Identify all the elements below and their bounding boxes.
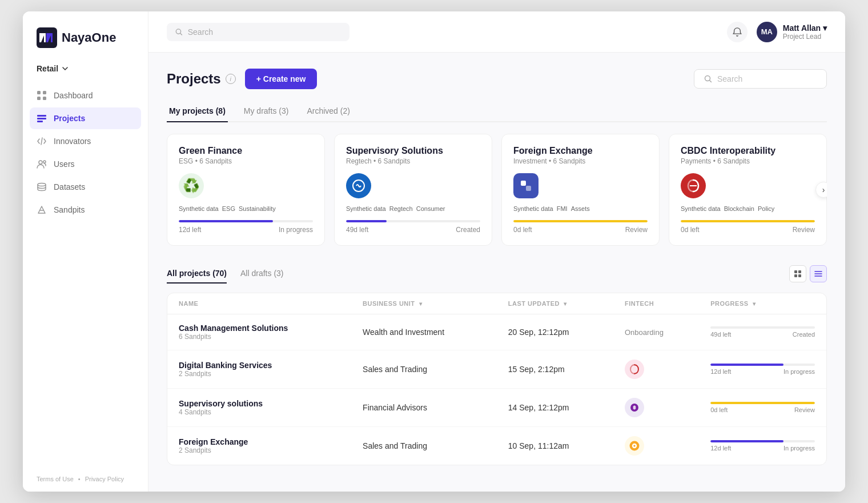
sidebar-item-label: Dashboard xyxy=(54,91,93,100)
sidebar-item-label: Projects xyxy=(54,114,85,123)
sandpits-icon xyxy=(37,205,47,215)
topbar: MA Matt Allan ▾ Project Lead xyxy=(148,11,845,53)
tab-my-drafts[interactable]: My drafts (3) xyxy=(242,101,291,122)
user-menu[interactable]: MA Matt Allan ▾ Project Lead xyxy=(757,22,827,42)
svg-rect-19 xyxy=(798,274,801,277)
table-row[interactable]: Digital Banking Services 2 Sandpits Sale… xyxy=(167,350,826,389)
avatar: MA xyxy=(757,22,777,42)
footer-separator: • xyxy=(78,476,81,482)
svg-rect-14 xyxy=(521,181,526,186)
topbar-search-wrap xyxy=(167,23,349,41)
topbar-search-input[interactable] xyxy=(188,27,341,37)
card-status: Created xyxy=(456,226,480,234)
cbdc-row-icon xyxy=(629,364,640,375)
card-status: Review xyxy=(793,226,815,234)
card-meta: Investment • 6 Sandpits xyxy=(513,157,648,165)
card-title: CBDC Interoperability xyxy=(681,146,815,156)
card-meta: Regtech • 6 Sandpits xyxy=(346,157,480,165)
sidebar-item-innovators[interactable]: Innovators xyxy=(30,130,141,152)
sidebar-item-dashboard[interactable]: Dashboard xyxy=(30,85,141,106)
cbdc-icon xyxy=(686,178,701,193)
list-view-button[interactable] xyxy=(810,265,827,282)
svg-rect-7 xyxy=(37,121,43,122)
grid-view-icon xyxy=(794,270,802,278)
users-icon xyxy=(37,159,47,169)
table-row[interactable]: Supervisory solutions 4 Sandpits Financi… xyxy=(167,389,826,427)
projects-table: NAME BUSINESS UNIT ▾ LAST UPDATED ▾ xyxy=(167,293,827,465)
sort-icon: ▾ xyxy=(753,301,756,307)
sidebar-item-projects[interactable]: Projects xyxy=(30,107,141,129)
svg-rect-16 xyxy=(794,270,797,273)
tab-all-drafts[interactable]: All drafts (3) xyxy=(240,264,283,284)
svg-point-23 xyxy=(633,445,635,446)
svg-point-10 xyxy=(38,183,46,186)
all-projects-header: All projects (70) All drafts (3) xyxy=(167,264,827,284)
project-card-forex[interactable]: Foreign Exchange Investment • 6 Sandpits xyxy=(501,134,660,246)
nav: Dashboard Projects Innovators xyxy=(23,85,148,466)
projects-search-input[interactable] xyxy=(717,74,817,83)
info-icon[interactable]: i xyxy=(226,74,236,84)
fx-icon xyxy=(520,179,532,192)
bell-icon xyxy=(732,27,742,37)
col-last-updated[interactable]: LAST UPDATED ▾ xyxy=(497,293,613,314)
cards-next-button[interactable]: › xyxy=(815,182,827,198)
tab-archived[interactable]: Archived (2) xyxy=(304,101,352,122)
card-status: In progress xyxy=(279,226,313,234)
table-row[interactable]: Cash Management Solutions 6 Sandpits Wea… xyxy=(167,314,826,350)
card-tags: Synthetic data Blockchain Policy xyxy=(681,205,815,212)
sidebar-item-label: Users xyxy=(54,159,75,169)
card-tags: Synthetic data Regtech Consumer xyxy=(346,205,480,212)
svg-rect-1 xyxy=(37,91,41,94)
sidebar-item-users[interactable]: Users xyxy=(30,153,141,175)
privacy-link[interactable]: Privacy Policy xyxy=(85,476,124,482)
sidebar-item-datasets[interactable]: Datasets xyxy=(30,176,141,198)
project-card-green-finance[interactable]: Green Finance ESG • 6 Sandpits ♻️ Synthe… xyxy=(167,134,325,246)
topbar-actions: MA Matt Allan ▾ Project Lead xyxy=(727,22,827,42)
card-title: Foreign Exchange xyxy=(513,146,648,156)
grid-view-button[interactable] xyxy=(789,265,806,282)
col-progress[interactable]: PROGRESS ▾ xyxy=(699,293,826,314)
card-tags: Synthetic data ESG Sustainability xyxy=(179,205,313,212)
page-header: Projects i + Create new xyxy=(167,69,827,89)
card-title: Supervisory Solutions xyxy=(346,146,480,156)
projects-icon xyxy=(37,113,47,123)
table: NAME BUSINESS UNIT ▾ LAST UPDATED ▾ xyxy=(167,293,826,465)
tab-all-projects[interactable]: All projects (70) xyxy=(167,264,227,284)
card-icon xyxy=(513,173,648,198)
card-title: Green Finance xyxy=(179,146,313,156)
list-view-icon xyxy=(814,270,822,278)
supervisory-icon xyxy=(352,179,365,193)
yellow-fintech-icon xyxy=(628,440,641,452)
svg-rect-17 xyxy=(798,270,801,273)
col-name: NAME xyxy=(167,293,351,314)
page-title: Projects xyxy=(167,71,221,87)
project-card-supervisory[interactable]: Supervisory Solutions Regtech • 6 Sandpi… xyxy=(334,134,492,246)
notification-button[interactable] xyxy=(727,22,748,42)
sidebar-item-label: Innovators xyxy=(54,137,91,146)
svg-rect-3 xyxy=(37,97,41,100)
sort-icon: ▾ xyxy=(564,301,567,307)
tab-my-projects[interactable]: My projects (8) xyxy=(167,101,228,122)
sidebar-item-sandpits[interactable]: Sandpits xyxy=(30,199,141,221)
user-name: Matt Allan ▾ xyxy=(783,23,827,33)
sidebar: NayaOne Retail Dashboard xyxy=(23,11,148,492)
table-row[interactable]: Foreign Exchange 2 Sandpits Sales and Tr… xyxy=(167,427,826,465)
app-window: NayaOne Retail Dashboard xyxy=(23,11,845,492)
grid-icon xyxy=(37,90,47,101)
svg-point-8 xyxy=(39,161,42,164)
sidebar-footer: Terms of Use • Privacy Policy xyxy=(23,466,148,492)
svg-point-9 xyxy=(43,161,46,163)
sort-icon: ▾ xyxy=(419,301,423,307)
tenant-label: Retail xyxy=(37,64,58,73)
col-business-unit[interactable]: BUSINESS UNIT ▾ xyxy=(351,293,497,314)
all-projects-tabs: All projects (70) All drafts (3) xyxy=(167,264,789,284)
card-icon xyxy=(346,173,480,198)
card-icon xyxy=(681,173,815,198)
project-card-cbdc[interactable]: CBDC Interoperability Payments • 6 Sandp… xyxy=(669,134,827,246)
days-left: 0d left xyxy=(513,226,532,234)
terms-link[interactable]: Terms of Use xyxy=(37,476,74,482)
create-new-button[interactable]: + Create new xyxy=(245,69,318,89)
project-tabs: My projects (8) My drafts (3) Archived (… xyxy=(167,101,827,122)
tenant-selector[interactable]: Retail xyxy=(23,62,148,85)
svg-rect-6 xyxy=(37,118,46,119)
